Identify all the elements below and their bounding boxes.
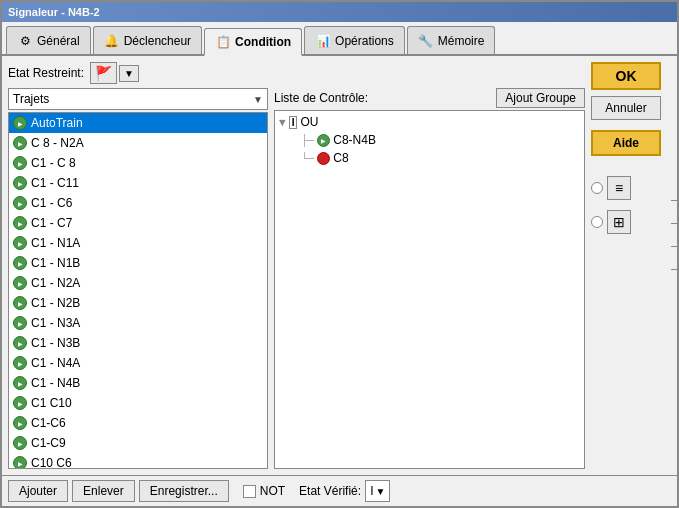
radio-button-2[interactable] — [591, 216, 603, 228]
list-item-label-16: C1-C9 — [31, 436, 66, 450]
memoire-icon: 🔧 — [418, 33, 434, 49]
list-item[interactable]: C1 - N3A — [9, 313, 267, 333]
etat-restreint-label: Etat Restreint: — [8, 66, 84, 80]
flag-button[interactable]: 🚩 — [90, 62, 117, 84]
list-item-label-12: C1 - N4A — [31, 356, 80, 370]
list-item[interactable]: C1 - C 8 — [9, 153, 267, 173]
ajout-groupe-button[interactable]: Ajout Groupe — [496, 88, 585, 108]
tab-memoire-label: Mémoire — [438, 34, 485, 48]
list-item-label-6: C1 - N1A — [31, 236, 80, 250]
tab-declencheur[interactable]: 🔔 Déclencheur — [93, 26, 202, 54]
tab-operations[interactable]: 📊 Opérations — [304, 26, 405, 54]
tree-icon-c8n4b: ▶ — [317, 134, 330, 147]
item-icon-4 — [13, 196, 27, 210]
tab-declencheur-label: Déclencheur — [124, 34, 191, 48]
aide-button[interactable]: Aide — [591, 130, 661, 156]
item-icon-3 — [13, 176, 27, 190]
list-item-label-4: C1 - C6 — [31, 196, 72, 210]
list-item[interactable]: C 8 - N2A — [9, 133, 267, 153]
list-item[interactable]: C1 - C11 — [9, 173, 267, 193]
trajet-combo[interactable]: Trajets ▼ — [8, 88, 268, 110]
list-item-label-8: C1 - N2A — [31, 276, 80, 290]
list-item[interactable]: C1 - C6 — [9, 193, 267, 213]
general-icon: ⚙ — [17, 33, 33, 49]
not-checkbox[interactable] — [243, 485, 256, 498]
trajet-combo-value: Trajets — [13, 92, 49, 106]
radio-row-1: ≡ — [591, 176, 671, 200]
list-item[interactable]: C1 - N4A — [9, 353, 267, 373]
enregistrer-button[interactable]: Enregistrer... — [139, 480, 229, 502]
list-item[interactable]: AutoTrain — [9, 113, 267, 133]
list-item[interactable]: C1 - N1A — [9, 233, 267, 253]
tab-condition-label: Condition — [235, 35, 291, 49]
list-item[interactable]: C1 - N2A — [9, 273, 267, 293]
enlever-button[interactable]: Enlever — [72, 480, 135, 502]
tree-label-c8: C8 — [333, 151, 348, 165]
window-title: Signaleur - N4B-2 — [8, 6, 100, 18]
list-item-label-17: C10 C6 — [31, 456, 72, 469]
item-icon-1 — [13, 136, 27, 150]
tree-label-c8n4b: C8-N4B — [333, 133, 376, 147]
list-section: Trajets ▼ AutoTrain C 8 - N2A — [8, 88, 268, 469]
condition-icon: 📋 — [215, 34, 231, 50]
item-icon-8 — [13, 276, 27, 290]
tab-memoire[interactable]: 🔧 Mémoire — [407, 26, 496, 54]
side-icon-grid[interactable]: ⊞ — [607, 210, 631, 234]
tree-connector-1: ├─ — [301, 134, 314, 147]
ajouter-button[interactable]: Ajouter — [8, 480, 68, 502]
etat-restreint-row: Etat Restreint: 🚩 ▼ — [8, 62, 585, 84]
operations-icon: 📊 — [315, 33, 331, 49]
list-item-label-13: C1 - N4B — [31, 376, 80, 390]
right-list-header: Liste de Contrôle: Ajout Groupe — [274, 88, 585, 108]
list-item[interactable]: C1 - N2B — [9, 293, 267, 313]
tree-label-ou: OU — [300, 115, 318, 129]
tree-node-ou[interactable]: ▼ I OU — [277, 113, 582, 131]
list-item[interactable]: C1-C6 — [9, 413, 267, 433]
annuler-button[interactable]: Annuler — [591, 96, 661, 120]
combo-arrow-icon: ▼ — [253, 94, 263, 105]
item-icon-14 — [13, 396, 27, 410]
radio-section: ≡ ⊞ — [591, 172, 671, 234]
liste-controle-label: Liste de Contrôle: — [274, 91, 368, 105]
list-item[interactable]: C1 - N4B — [9, 373, 267, 393]
list-item-label-11: C1 - N3B — [31, 336, 80, 350]
trajet-list[interactable]: AutoTrain C 8 - N2A C1 - C 8 C1 - C — [8, 112, 268, 469]
list-item[interactable]: C1 - N1B — [9, 253, 267, 273]
tab-operations-label: Opérations — [335, 34, 394, 48]
main-section: Trajets ▼ AutoTrain C 8 - N2A — [8, 88, 585, 469]
side-ticks — [671, 200, 677, 270]
right-button-panel: OK Annuler Aide ≡ ⊞ — [591, 62, 671, 469]
tick-3 — [671, 246, 677, 247]
tree-connector-2: └─ — [301, 152, 314, 165]
declencheur-icon: 🔔 — [104, 33, 120, 49]
list-item[interactable]: C1-C9 — [9, 433, 267, 453]
tab-general[interactable]: ⚙ Général — [6, 26, 91, 54]
list-item-label-5: C1 - C7 — [31, 216, 72, 230]
tick-4 — [671, 269, 677, 270]
tree-container[interactable]: ▼ I OU ├─ ▶ C8-N4B — [274, 110, 585, 469]
list-item[interactable]: C1 - C7 — [9, 213, 267, 233]
tree-node-c8[interactable]: └─ C8 — [277, 149, 582, 167]
not-label: NOT — [260, 484, 285, 498]
tick-2 — [671, 223, 677, 224]
item-icon-15 — [13, 416, 27, 430]
list-item[interactable]: C1 C10 — [9, 393, 267, 413]
tab-condition[interactable]: 📋 Condition — [204, 28, 302, 56]
item-icon-7 — [13, 256, 27, 270]
list-item-label-9: C1 - N2B — [31, 296, 80, 310]
etat-verifie-section: Etat Vérifié: I ▼ — [299, 480, 390, 502]
etat-dropdown-arrow[interactable]: ▼ — [119, 65, 139, 82]
side-icon-list[interactable]: ≡ — [607, 176, 631, 200]
etat-verifie-combo[interactable]: I ▼ — [365, 480, 390, 502]
list-item[interactable]: C10 C6 — [9, 453, 267, 469]
tree-node-c8n4b[interactable]: ├─ ▶ C8-N4B — [277, 131, 582, 149]
tree-expand-ou[interactable]: ▼ — [279, 116, 286, 129]
tree-icon-c8 — [317, 152, 330, 165]
radio-button-1[interactable] — [591, 182, 603, 194]
etat-combo-arrow-icon: ▼ — [375, 486, 385, 497]
list-item[interactable]: C1 - N3B — [9, 333, 267, 353]
content-area: Etat Restreint: 🚩 ▼ Trajets ▼ — [2, 56, 677, 475]
item-icon-10 — [13, 316, 27, 330]
item-icon-12 — [13, 356, 27, 370]
ok-button[interactable]: OK — [591, 62, 661, 90]
